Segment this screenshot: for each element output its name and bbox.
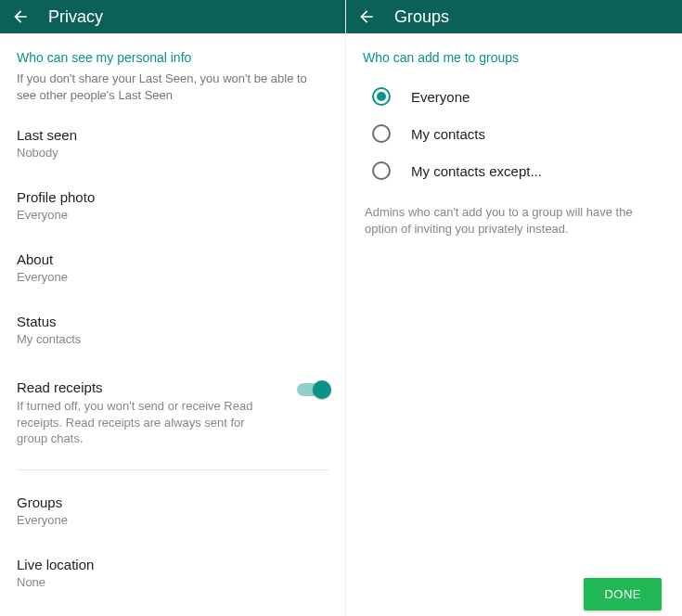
last-seen-item[interactable]: Last seen Nobody	[17, 116, 328, 169]
privacy-title: Privacy	[48, 7, 103, 27]
profile-photo-value: Everyone	[17, 208, 328, 222]
groups-content: Who can add me to groups Everyone My con…	[346, 33, 682, 237]
radio-option-everyone[interactable]: Everyone	[363, 78, 665, 115]
radio-label: Everyone	[411, 89, 470, 105]
status-value: My contacts	[17, 332, 328, 346]
groups-item[interactable]: Groups Everyone	[17, 483, 328, 536]
groups-section-title: Who can add me to groups	[363, 50, 665, 65]
about-title: About	[17, 251, 328, 267]
divider	[17, 469, 328, 470]
live-location-title: Live location	[17, 557, 328, 572]
blocked-contacts-item[interactable]: Blocked contacts	[17, 608, 328, 616]
privacy-content: Who can see my personal info If you don'…	[0, 33, 345, 616]
radio-option-my-contacts[interactable]: My contacts	[363, 115, 665, 152]
groups-header-title: Groups	[394, 7, 449, 27]
back-arrow-icon[interactable]	[11, 7, 30, 26]
profile-photo-item[interactable]: Profile photo Everyone	[17, 178, 328, 231]
groups-screen: Groups Who can add me to groups Everyone…	[346, 0, 682, 616]
privacy-header: Privacy	[0, 0, 345, 33]
read-receipts-title: Read receipts	[17, 379, 278, 395]
groups-title: Groups	[17, 494, 328, 510]
radio-icon	[372, 87, 391, 106]
radio-label: My contacts except...	[411, 163, 542, 179]
status-title: Status	[17, 314, 328, 329]
toggle-knob	[313, 380, 331, 399]
read-receipts-item[interactable]: Read receipts If turned off, you won't s…	[17, 368, 328, 456]
about-item[interactable]: About Everyone	[17, 240, 328, 293]
last-seen-value: Nobody	[17, 146, 328, 160]
done-button[interactable]: DONE	[584, 578, 662, 610]
radio-label: My contacts	[411, 126, 485, 142]
personal-info-section-title: Who can see my personal info	[17, 50, 328, 65]
privacy-screen: Privacy Who can see my personal info If …	[0, 0, 346, 616]
read-receipts-desc: If turned off, you won't send or receive…	[17, 398, 278, 447]
live-location-item[interactable]: Live location None	[17, 545, 328, 598]
read-receipts-toggle[interactable]	[297, 383, 328, 396]
status-item[interactable]: Status My contacts	[17, 302, 328, 355]
radio-icon	[372, 161, 391, 180]
profile-photo-title: Profile photo	[17, 189, 328, 205]
groups-helper-text: Admins who can't add you to a group will…	[363, 189, 665, 237]
live-location-value: None	[17, 575, 328, 589]
back-arrow-icon[interactable]	[357, 7, 376, 26]
radio-option-my-contacts-except[interactable]: My contacts except...	[363, 152, 665, 189]
about-value: Everyone	[17, 270, 328, 284]
last-seen-title: Last seen	[17, 127, 328, 143]
personal-info-helper: If you don't share your Last Seen, you w…	[17, 71, 328, 103]
radio-icon	[372, 124, 391, 143]
groups-value: Everyone	[17, 513, 328, 527]
groups-header: Groups	[346, 0, 682, 33]
